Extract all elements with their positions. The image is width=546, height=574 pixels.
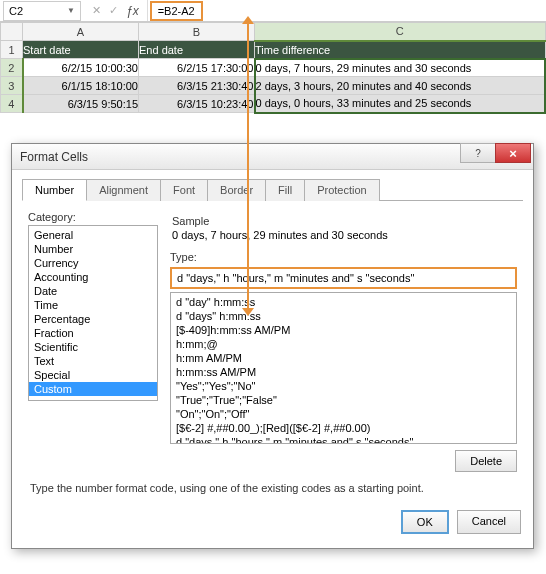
header-row: 1 Start date End date Time difference [1,41,546,59]
header-cell[interactable]: End date [139,41,255,59]
row-header-3[interactable]: 3 [1,77,23,95]
cell[interactable]: 6/3/15 9:50:15 [23,95,139,113]
formula-bar-icons: ✕ ✓ ƒx [84,0,148,21]
chevron-down-icon[interactable]: ▼ [67,6,75,15]
cancel-icon[interactable]: ✕ [92,4,101,17]
row-header-2[interactable]: 2 [1,59,23,77]
cell[interactable]: 6/3/15 10:23:40 [139,95,255,113]
formula-input[interactable]: =B2-A2 [150,1,203,21]
enter-icon[interactable]: ✓ [109,4,118,17]
header-cell[interactable]: Time difference [255,41,546,59]
select-all-cell[interactable] [1,23,23,41]
spreadsheet-grid[interactable]: A B C 1 Start date End date Time differe… [0,22,546,114]
cell[interactable]: 6/1/15 18:10:00 [23,77,139,95]
header-cell[interactable]: Start date [23,41,139,59]
name-box-value: C2 [9,5,23,17]
formula-bar: C2 ▼ ✕ ✓ ƒx =B2-A2 [0,0,546,22]
fx-icon[interactable]: ƒx [126,4,139,18]
cell[interactable]: 0 days, 0 hours, 33 minutes and 25 secon… [255,95,546,113]
name-box[interactable]: C2 ▼ [3,1,81,21]
table-row: 2 6/2/15 10:00:30 6/2/15 17:30:00 0 days… [1,59,546,77]
table-row: 3 6/1/15 18:10:00 6/3/15 21:30:40 2 days… [1,77,546,95]
col-header-c[interactable]: C [255,23,546,41]
cell[interactable]: 2 days, 3 hours, 20 minutes and 40 secon… [255,77,546,95]
annotation-arrow-head [242,16,254,24]
table-row: 4 6/3/15 9:50:15 6/3/15 10:23:40 0 days,… [1,95,546,113]
cell[interactable]: 6/3/15 21:30:40 [139,77,255,95]
col-header-b[interactable]: B [139,23,255,41]
row-header-1[interactable]: 1 [1,41,23,59]
cell-active[interactable]: 0 days, 7 hours, 29 minutes and 30 secon… [255,59,546,77]
column-header-row: A B C [1,23,546,41]
row-header-4[interactable]: 4 [1,95,23,113]
col-header-a[interactable]: A [23,23,139,41]
cell[interactable]: 6/2/15 17:30:00 [139,59,255,77]
cell[interactable]: 6/2/15 10:00:30 [23,59,139,77]
annotation-arrow [247,21,249,114]
